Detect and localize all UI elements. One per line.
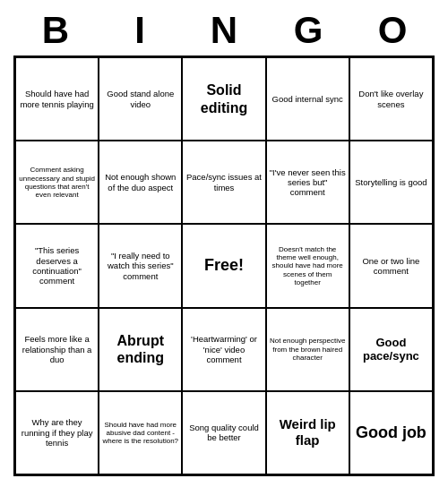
bingo-cell-19: Good pace/sync [349, 308, 433, 391]
bingo-cell-13: Doesn't match the theme well enough, sho… [266, 224, 349, 307]
bingo-cell-17: 'Heartwarming' or 'nice' video comment [182, 308, 265, 391]
bingo-cell-0: Should have had more tennis playing [15, 57, 99, 141]
bingo-cell-1: Good stand alone video [99, 57, 182, 141]
bingo-cell-9: Storytelling is good [349, 141, 433, 224]
bingo-cell-8: "I've never seen this series but" commen… [266, 141, 349, 224]
bingo-grid: Should have had more tennis playingGood … [13, 56, 435, 476]
bingo-cell-2: Solid editing [182, 57, 265, 141]
bingo-cell-3: Good internal sync [266, 57, 349, 141]
bingo-cell-10: "This series deserves a continuation" co… [15, 224, 99, 307]
bingo-cell-21: Should have had more abusive dad content… [99, 391, 182, 474]
letter-n: N [185, 9, 263, 52]
letter-g: G [269, 9, 348, 52]
letter-o: O [353, 9, 432, 52]
bingo-cell-7: Pace/sync issues at times [182, 141, 265, 224]
bingo-cell-23: Weird lip flap [266, 391, 349, 474]
bingo-cell-5: Comment asking unnecessary and stupid qu… [15, 141, 99, 224]
letter-b: B [16, 9, 95, 52]
bingo-cell-6: Not enough shown of the duo aspect [99, 141, 182, 224]
bingo-cell-16: Abrupt ending [99, 308, 182, 391]
bingo-cell-18: Not enough perspective from the brown ha… [266, 308, 349, 391]
bingo-cell-20: Why are they running if they play tennis [15, 391, 99, 474]
letter-i: I [100, 9, 179, 52]
bingo-cell-15: Feels more like a relationship than a du… [15, 308, 99, 391]
bingo-header: B I N G O [13, 9, 435, 52]
bingo-cell-12: Free! [182, 224, 265, 307]
bingo-cell-14: One or two line comment [349, 224, 433, 307]
bingo-cell-24: Good job [349, 391, 433, 474]
bingo-cell-22: Song quality could be better [182, 391, 265, 474]
bingo-cell-11: "I really need to watch this series" com… [99, 224, 182, 307]
bingo-cell-4: Don't like overlay scenes [349, 57, 433, 141]
